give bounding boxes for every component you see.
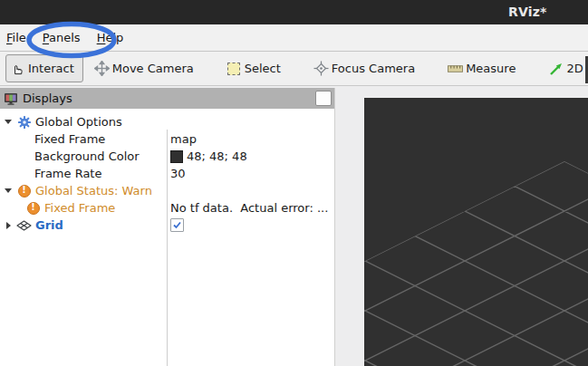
tree-row-fixed-frame-status[interactable]: Fixed Frame No tf data. Actual error: ..… — [0, 199, 334, 217]
row-label: Fixed Frame — [44, 201, 115, 215]
tool-button-focus-camera[interactable]: Focus Camera — [309, 55, 419, 82]
tool-button-interact[interactable]: Interact — [5, 54, 83, 82]
tool-label: Measure — [466, 62, 516, 75]
window-title: RViz* — [508, 5, 547, 19]
tool-button-select[interactable]: Select — [222, 55, 285, 82]
menu-item-help[interactable]: Help — [89, 26, 132, 49]
tool-label: Move Camera — [112, 62, 194, 75]
row-label: Background Color — [34, 149, 140, 163]
gear-icon — [16, 115, 32, 130]
expander-down-icon[interactable] — [0, 188, 16, 193]
tree-row-background-color[interactable]: Background Color 48; 48; 48 — [0, 148, 334, 165]
row-value: No tf data. Actual error: ... — [167, 201, 328, 215]
grid-enabled-checkbox[interactable] — [170, 218, 184, 232]
row-value[interactable]: 30 — [167, 167, 186, 180]
tool-button-measure[interactable]: Measure — [443, 55, 520, 82]
row-label: Global Status: Warn — [35, 184, 152, 197]
tool-button-2d-pose-estimate[interactable]: 2D Pose Esti — [544, 55, 588, 82]
ruler-icon — [448, 61, 463, 76]
row-label: Frame Rate — [34, 167, 101, 180]
tool-label: Select — [245, 62, 281, 75]
viewport-grid — [364, 98, 588, 366]
tree-row-global-status[interactable]: Global Status: Warn — [0, 182, 334, 199]
tree-row-global-options[interactable]: Global Options — [0, 113, 334, 130]
row-value[interactable]: 48; 48; 48 — [167, 149, 247, 163]
monitor-icon — [4, 92, 18, 106]
tree-row-fixed-frame[interactable]: Fixed Frame map — [0, 130, 334, 148]
select-box-icon — [227, 61, 242, 76]
row-label: Fixed Frame — [34, 132, 105, 146]
warning-icon — [25, 201, 41, 216]
panel-header-button[interactable] — [315, 91, 332, 106]
color-swatch — [170, 150, 183, 163]
tool-label: Interact — [28, 62, 74, 75]
expander-right-icon[interactable] — [0, 222, 16, 229]
tree-row-frame-rate[interactable]: Frame Rate 30 — [0, 165, 334, 182]
3d-viewport[interactable] — [364, 98, 588, 366]
displays-tree: Global Options Fixed Frame map Backgroun… — [0, 109, 334, 366]
menu-item-panels[interactable]: Panels — [34, 26, 89, 49]
move-arrows-icon — [94, 61, 110, 76]
panel-splitter[interactable] — [335, 86, 364, 366]
panel-title: Displays — [23, 92, 72, 105]
row-value[interactable]: map — [167, 132, 197, 146]
menu-bar: File Panels Help — [0, 24, 588, 52]
warning-icon — [16, 184, 32, 198]
displays-panel: Displays — [0, 88, 335, 366]
tree-row-grid[interactable]: Grid — [0, 217, 334, 234]
row-label: Grid — [35, 218, 63, 232]
row-label: Global Options — [35, 115, 122, 129]
toolbar: Interact Move Camera Select — [0, 52, 588, 86]
rviz-window: RViz* File Panels Help Interact — [0, 0, 588, 366]
tool-button-move-camera[interactable]: Move Camera — [90, 55, 198, 82]
grid-icon — [16, 218, 32, 233]
green-arrow-icon — [548, 61, 564, 76]
hand-pointer-icon — [10, 61, 25, 76]
displays-panel-header[interactable]: Displays — [0, 88, 334, 109]
crosshair-icon — [313, 61, 329, 76]
window-titlebar: RViz* — [0, 0, 588, 24]
menu-item-file[interactable]: File — [0, 26, 34, 49]
expander-down-icon[interactable] — [0, 120, 16, 124]
tool-label: Focus Camera — [332, 62, 415, 75]
